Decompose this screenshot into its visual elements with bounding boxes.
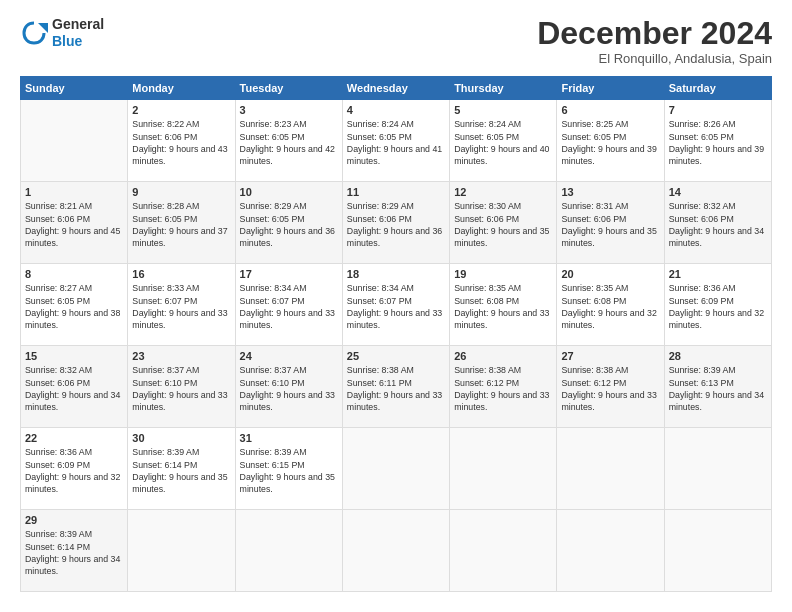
- day-number: 18: [347, 268, 445, 280]
- day-number: 31: [240, 432, 338, 444]
- day-info: Sunrise: 8:38 AMSunset: 6:11 PMDaylight:…: [347, 364, 445, 413]
- calendar-week-row: 15Sunrise: 8:32 AMSunset: 6:06 PMDayligh…: [21, 346, 772, 428]
- day-number: 29: [25, 514, 123, 526]
- day-info: Sunrise: 8:35 AMSunset: 6:08 PMDaylight:…: [454, 282, 552, 331]
- col-saturday: Saturday: [664, 77, 771, 100]
- calendar-cell: [664, 428, 771, 510]
- day-info: Sunrise: 8:29 AMSunset: 6:06 PMDaylight:…: [347, 200, 445, 249]
- calendar-week-row: 22Sunrise: 8:36 AMSunset: 6:09 PMDayligh…: [21, 428, 772, 510]
- day-info: Sunrise: 8:31 AMSunset: 6:06 PMDaylight:…: [561, 200, 659, 249]
- day-number: 26: [454, 350, 552, 362]
- calendar-week-row: 1Sunrise: 8:21 AMSunset: 6:06 PMDaylight…: [21, 182, 772, 264]
- day-number: 7: [669, 104, 767, 116]
- day-info: Sunrise: 8:22 AMSunset: 6:06 PMDaylight:…: [132, 118, 230, 167]
- calendar-cell: 8Sunrise: 8:27 AMSunset: 6:05 PMDaylight…: [21, 264, 128, 346]
- calendar-cell: 31Sunrise: 8:39 AMSunset: 6:15 PMDayligh…: [235, 428, 342, 510]
- calendar-cell: 12Sunrise: 8:30 AMSunset: 6:06 PMDayligh…: [450, 182, 557, 264]
- day-info: Sunrise: 8:39 AMSunset: 6:15 PMDaylight:…: [240, 446, 338, 495]
- calendar-cell: 2Sunrise: 8:22 AMSunset: 6:06 PMDaylight…: [128, 100, 235, 182]
- day-number: 3: [240, 104, 338, 116]
- day-info: Sunrise: 8:36 AMSunset: 6:09 PMDaylight:…: [669, 282, 767, 331]
- calendar-cell: [664, 510, 771, 592]
- logo-text: General Blue: [52, 16, 104, 50]
- day-number: 14: [669, 186, 767, 198]
- title-block: December 2024 El Ronquillo, Andalusia, S…: [537, 16, 772, 66]
- calendar-cell: 7Sunrise: 8:26 AMSunset: 6:05 PMDaylight…: [664, 100, 771, 182]
- day-info: Sunrise: 8:32 AMSunset: 6:06 PMDaylight:…: [25, 364, 123, 413]
- header-row: Sunday Monday Tuesday Wednesday Thursday…: [21, 77, 772, 100]
- day-info: Sunrise: 8:39 AMSunset: 6:14 PMDaylight:…: [25, 528, 123, 577]
- day-info: Sunrise: 8:37 AMSunset: 6:10 PMDaylight:…: [132, 364, 230, 413]
- day-number: 11: [347, 186, 445, 198]
- calendar-cell: [235, 510, 342, 592]
- day-number: 27: [561, 350, 659, 362]
- day-number: 24: [240, 350, 338, 362]
- day-info: Sunrise: 8:28 AMSunset: 6:05 PMDaylight:…: [132, 200, 230, 249]
- logo: General Blue: [20, 16, 104, 50]
- calendar-cell: [450, 428, 557, 510]
- logo-general: General: [52, 16, 104, 32]
- day-info: Sunrise: 8:38 AMSunset: 6:12 PMDaylight:…: [561, 364, 659, 413]
- col-tuesday: Tuesday: [235, 77, 342, 100]
- calendar-header: Sunday Monday Tuesday Wednesday Thursday…: [21, 77, 772, 100]
- day-info: Sunrise: 8:24 AMSunset: 6:05 PMDaylight:…: [454, 118, 552, 167]
- page: General Blue December 2024 El Ronquillo,…: [0, 0, 792, 612]
- col-wednesday: Wednesday: [342, 77, 449, 100]
- day-number: 4: [347, 104, 445, 116]
- day-number: 25: [347, 350, 445, 362]
- calendar-cell: 29Sunrise: 8:39 AMSunset: 6:14 PMDayligh…: [21, 510, 128, 592]
- calendar-cell: 20Sunrise: 8:35 AMSunset: 6:08 PMDayligh…: [557, 264, 664, 346]
- calendar-cell: 13Sunrise: 8:31 AMSunset: 6:06 PMDayligh…: [557, 182, 664, 264]
- calendar-cell: [128, 510, 235, 592]
- day-number: 17: [240, 268, 338, 280]
- day-info: Sunrise: 8:33 AMSunset: 6:07 PMDaylight:…: [132, 282, 230, 331]
- logo-icon: [20, 19, 48, 47]
- day-number: 13: [561, 186, 659, 198]
- calendar-cell: 28Sunrise: 8:39 AMSunset: 6:13 PMDayligh…: [664, 346, 771, 428]
- day-number: 30: [132, 432, 230, 444]
- col-monday: Monday: [128, 77, 235, 100]
- calendar-cell: 24Sunrise: 8:37 AMSunset: 6:10 PMDayligh…: [235, 346, 342, 428]
- calendar-week-row: 29Sunrise: 8:39 AMSunset: 6:14 PMDayligh…: [21, 510, 772, 592]
- day-number: 22: [25, 432, 123, 444]
- day-number: 15: [25, 350, 123, 362]
- day-info: Sunrise: 8:39 AMSunset: 6:13 PMDaylight:…: [669, 364, 767, 413]
- day-info: Sunrise: 8:35 AMSunset: 6:08 PMDaylight:…: [561, 282, 659, 331]
- day-number: 20: [561, 268, 659, 280]
- location: El Ronquillo, Andalusia, Spain: [537, 51, 772, 66]
- day-number: 5: [454, 104, 552, 116]
- calendar-cell: 27Sunrise: 8:38 AMSunset: 6:12 PMDayligh…: [557, 346, 664, 428]
- calendar-week-row: 2Sunrise: 8:22 AMSunset: 6:06 PMDaylight…: [21, 100, 772, 182]
- col-sunday: Sunday: [21, 77, 128, 100]
- calendar-cell: 16Sunrise: 8:33 AMSunset: 6:07 PMDayligh…: [128, 264, 235, 346]
- col-thursday: Thursday: [450, 77, 557, 100]
- day-info: Sunrise: 8:29 AMSunset: 6:05 PMDaylight:…: [240, 200, 338, 249]
- calendar-cell: [342, 428, 449, 510]
- calendar-cell: 11Sunrise: 8:29 AMSunset: 6:06 PMDayligh…: [342, 182, 449, 264]
- month-title: December 2024: [537, 16, 772, 51]
- calendar-cell: 21Sunrise: 8:36 AMSunset: 6:09 PMDayligh…: [664, 264, 771, 346]
- calendar-cell: 15Sunrise: 8:32 AMSunset: 6:06 PMDayligh…: [21, 346, 128, 428]
- calendar-cell: [557, 510, 664, 592]
- day-number: 1: [25, 186, 123, 198]
- calendar-cell: 23Sunrise: 8:37 AMSunset: 6:10 PMDayligh…: [128, 346, 235, 428]
- day-number: 9: [132, 186, 230, 198]
- day-number: 28: [669, 350, 767, 362]
- calendar-cell: 17Sunrise: 8:34 AMSunset: 6:07 PMDayligh…: [235, 264, 342, 346]
- calendar-body: 2Sunrise: 8:22 AMSunset: 6:06 PMDaylight…: [21, 100, 772, 592]
- day-info: Sunrise: 8:38 AMSunset: 6:12 PMDaylight:…: [454, 364, 552, 413]
- day-number: 8: [25, 268, 123, 280]
- calendar-cell: 25Sunrise: 8:38 AMSunset: 6:11 PMDayligh…: [342, 346, 449, 428]
- calendar-cell: [342, 510, 449, 592]
- day-number: 19: [454, 268, 552, 280]
- day-info: Sunrise: 8:39 AMSunset: 6:14 PMDaylight:…: [132, 446, 230, 495]
- day-info: Sunrise: 8:27 AMSunset: 6:05 PMDaylight:…: [25, 282, 123, 331]
- calendar-cell: 4Sunrise: 8:24 AMSunset: 6:05 PMDaylight…: [342, 100, 449, 182]
- day-number: 12: [454, 186, 552, 198]
- day-number: 6: [561, 104, 659, 116]
- day-info: Sunrise: 8:25 AMSunset: 6:05 PMDaylight:…: [561, 118, 659, 167]
- day-number: 2: [132, 104, 230, 116]
- day-number: 16: [132, 268, 230, 280]
- day-info: Sunrise: 8:36 AMSunset: 6:09 PMDaylight:…: [25, 446, 123, 495]
- col-friday: Friday: [557, 77, 664, 100]
